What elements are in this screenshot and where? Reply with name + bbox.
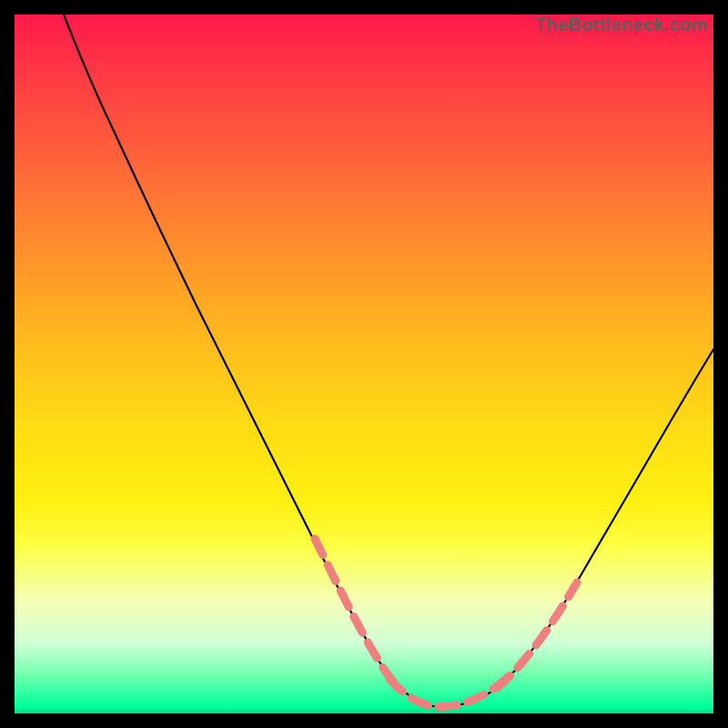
chart-frame: TheBottleneck.com bbox=[15, 15, 713, 713]
bottleneck-curve bbox=[64, 15, 713, 706]
right-dash-segment bbox=[497, 582, 577, 688]
left-dash-segment bbox=[315, 539, 400, 690]
valley-dash-segment bbox=[389, 675, 510, 706]
watermark-label: TheBottleneck.com bbox=[535, 15, 708, 35]
chart-svg bbox=[15, 15, 713, 713]
